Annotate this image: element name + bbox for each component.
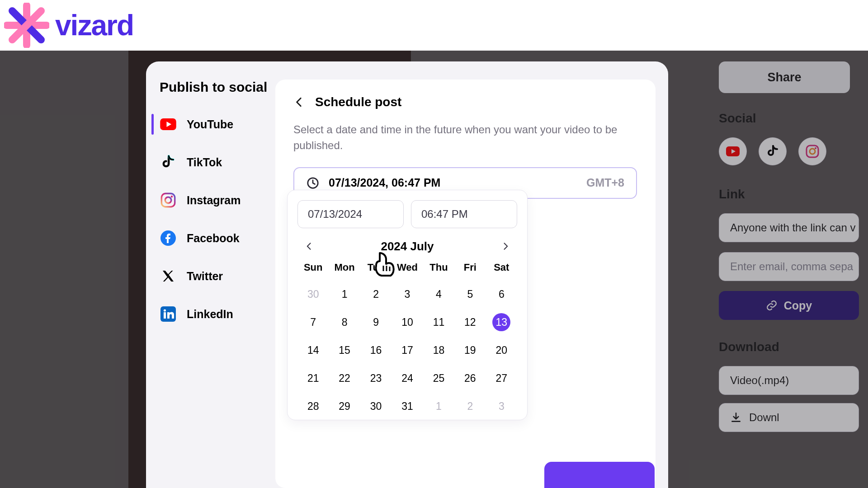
calendar-day[interactable]: 24 xyxy=(392,369,423,387)
prev-month-button[interactable] xyxy=(302,239,316,253)
svg-point-13 xyxy=(171,196,173,198)
platform-facebook[interactable]: Facebook xyxy=(160,227,275,249)
tiktok-icon xyxy=(160,154,177,171)
calendar-day[interactable]: 28 xyxy=(297,397,329,415)
publish-modal: Publish to social YouTube TikTok Instagr… xyxy=(146,61,668,488)
calendar-day[interactable]: 21 xyxy=(297,369,329,387)
modal-main: Schedule post Select a date and time in … xyxy=(275,80,668,488)
clock-icon xyxy=(306,176,320,190)
calendar-day[interactable]: 18 xyxy=(423,341,454,359)
platform-twitter[interactable]: Twitter xyxy=(160,265,275,287)
calendar-weekday: Sat xyxy=(486,262,517,275)
instagram-icon xyxy=(160,192,177,209)
calendar-day[interactable]: 27 xyxy=(486,369,517,387)
svg-point-17 xyxy=(164,309,166,311)
datetime-value: 07/13/2024, 06:47 PM xyxy=(329,176,440,189)
calendar-time-input[interactable]: 06:47 PM xyxy=(411,200,517,228)
calendar-popover: 07/13/2024 06:47 PM 2024 July SunMonTueW… xyxy=(287,190,528,420)
platform-label: YouTube xyxy=(187,118,233,131)
calendar-day[interactable]: 1 xyxy=(329,285,360,303)
schedule-panel: Schedule post Select a date and time in … xyxy=(275,80,656,488)
calendar-day[interactable]: 1 xyxy=(423,397,454,415)
calendar-weekday: Thu xyxy=(423,262,454,275)
calendar-day[interactable]: 23 xyxy=(360,369,392,387)
calendar-grid: SunMonTueWedThuFriSat3012345678910111213… xyxy=(297,262,517,415)
calendar-day[interactable]: 30 xyxy=(297,285,329,303)
brand-header: vizard xyxy=(0,0,868,51)
calendar-day[interactable]: 31 xyxy=(392,397,423,415)
facebook-icon xyxy=(160,230,177,247)
calendar-day[interactable]: 26 xyxy=(454,369,486,387)
panel-title: Schedule post xyxy=(315,95,401,109)
calendar-day[interactable]: 6 xyxy=(486,285,517,303)
calendar-day[interactable]: 7 xyxy=(297,313,329,331)
calendar-day[interactable]: 13 xyxy=(486,313,517,331)
panel-description: Select a date and time in the future whe… xyxy=(293,122,637,154)
calendar-day[interactable]: 2 xyxy=(454,397,486,415)
cursor-icon xyxy=(371,248,403,280)
calendar-day[interactable]: 19 xyxy=(454,341,486,359)
calendar-day[interactable]: 14 xyxy=(297,341,329,359)
calendar-day[interactable]: 10 xyxy=(392,313,423,331)
calendar-day[interactable]: 8 xyxy=(329,313,360,331)
linkedin-icon xyxy=(160,305,177,323)
calendar-day[interactable]: 3 xyxy=(486,397,517,415)
platform-label: TikTok xyxy=(187,156,222,169)
calendar-day[interactable]: 22 xyxy=(329,369,360,387)
modal-title: Publish to social xyxy=(160,80,275,95)
next-month-button[interactable] xyxy=(498,239,513,253)
platform-instagram[interactable]: Instagram xyxy=(160,189,275,211)
calendar-day[interactable]: 29 xyxy=(329,397,360,415)
calendar-day[interactable]: 5 xyxy=(454,285,486,303)
calendar-date-input[interactable]: 07/13/2024 xyxy=(297,200,404,228)
calendar-day[interactable]: 30 xyxy=(360,397,392,415)
calendar-day[interactable]: 9 xyxy=(360,313,392,331)
calendar-day[interactable]: 17 xyxy=(392,341,423,359)
calendar-weekday: Fri xyxy=(454,262,486,275)
platform-label: Twitter xyxy=(187,270,223,283)
youtube-icon xyxy=(160,116,177,133)
calendar-day[interactable]: 4 xyxy=(423,285,454,303)
platform-linkedin[interactable]: LinkedIn xyxy=(160,303,275,325)
calendar-day[interactable]: 15 xyxy=(329,341,360,359)
calendar-day[interactable]: 11 xyxy=(423,313,454,331)
timezone-label: GMT+8 xyxy=(586,176,624,189)
platform-youtube[interactable]: YouTube xyxy=(160,113,275,136)
calendar-day[interactable]: 12 xyxy=(454,313,486,331)
svg-rect-16 xyxy=(164,312,166,319)
chevron-left-icon[interactable] xyxy=(293,96,305,108)
calendar-day[interactable]: 2 xyxy=(360,285,392,303)
svg-rect-11 xyxy=(161,193,175,206)
calendar-day[interactable]: 3 xyxy=(392,285,423,303)
calendar-day[interactable]: 16 xyxy=(360,341,392,359)
svg-point-12 xyxy=(165,197,171,203)
platform-label: Facebook xyxy=(187,232,240,245)
platform-list: YouTube TikTok Instagram Facebook Twitte… xyxy=(160,113,275,325)
calendar-weekday: Sun xyxy=(297,262,329,275)
platform-label: Instagram xyxy=(187,194,241,207)
platform-label: LinkedIn xyxy=(187,308,233,321)
schedule-confirm-button[interactable] xyxy=(544,462,655,488)
calendar-weekday: Mon xyxy=(329,262,360,275)
twitter-icon xyxy=(160,267,177,285)
brand-name: vizard xyxy=(55,9,133,42)
platform-tiktok[interactable]: TikTok xyxy=(160,151,275,174)
calendar-day[interactable]: 20 xyxy=(486,341,517,359)
modal-sidebar: Publish to social YouTube TikTok Instagr… xyxy=(146,80,275,488)
brand-logo-icon xyxy=(2,0,52,50)
calendar-day[interactable]: 25 xyxy=(423,369,454,387)
